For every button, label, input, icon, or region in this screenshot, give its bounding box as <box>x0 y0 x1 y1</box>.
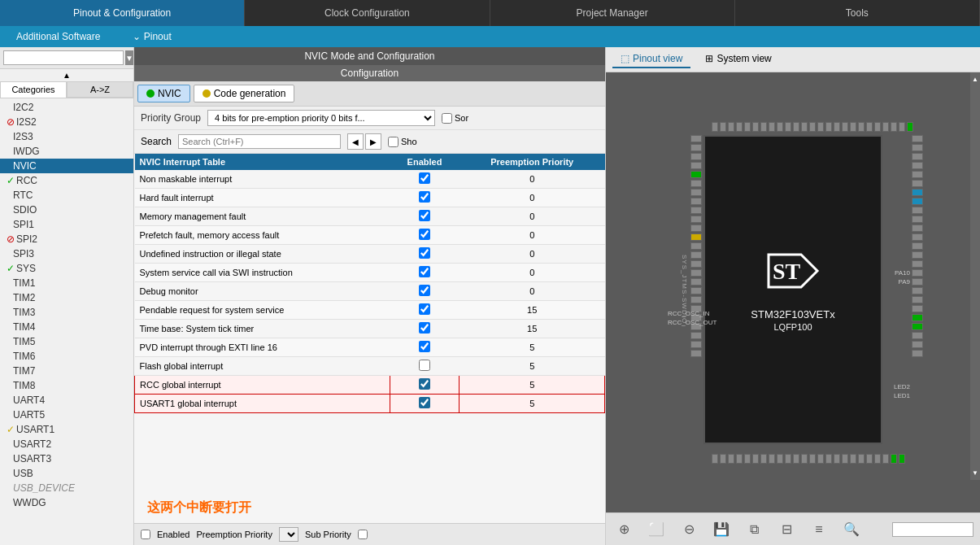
config-tab-codegen-label: Code generation <box>214 88 286 99</box>
search-next-button[interactable]: ▶ <box>365 133 381 150</box>
tab-tools[interactable]: Tools <box>735 0 980 26</box>
interrupt-enabled-checkbox[interactable] <box>419 210 430 221</box>
interrupt-enabled-cell <box>390 395 460 413</box>
interrupt-enabled-checkbox[interactable] <box>419 172 430 184</box>
tab-clock[interactable]: Clock Configuration <box>245 0 490 26</box>
sidebar-item-uart5[interactable]: UART5 <box>0 408 133 422</box>
sidebar-item-usart3[interactable]: USART3 <box>0 451 133 466</box>
fit-button[interactable]: ⬜ <box>645 518 668 541</box>
interrupt-enabled-cell <box>390 245 460 264</box>
interrupt-enabled-checkbox[interactable] <box>419 191 430 203</box>
sidebar-item-tim8[interactable]: TIM8 <box>0 378 133 393</box>
sidebar-list: I2C2 ⊘I2S2 I2S3 IWDG NVIC ✓RCC RTC SDIO … <box>0 98 133 512</box>
sidebar-item-tim5[interactable]: TIM5 <box>0 334 133 349</box>
show-checkbox[interactable] <box>388 137 399 147</box>
interrupt-enabled-checkbox[interactable] <box>419 341 430 352</box>
right-scrollbar[interactable]: ▲ ▼ <box>970 72 980 480</box>
config-tab-codegen[interactable]: Code generation <box>194 85 295 102</box>
interrupt-priority: 5 <box>460 357 605 376</box>
save-button[interactable]: 💾 <box>710 518 733 541</box>
sidebar-search-input[interactable] <box>3 50 124 65</box>
interrupt-enabled-checkbox[interactable] <box>419 247 430 259</box>
table-row: Pendable request for system service15 <box>135 301 605 320</box>
copy-button[interactable]: ⧉ <box>743 518 765 541</box>
sidebar-item-tim2[interactable]: TIM2 <box>0 290 133 305</box>
sort-checkbox[interactable] <box>442 113 452 124</box>
nav-additional-software[interactable]: Additional Software <box>0 26 116 47</box>
sidebar-item-wwdg[interactable]: WWDG <box>0 495 133 510</box>
interrupt-enabled-checkbox[interactable] <box>419 360 430 371</box>
sidebar-tab-az[interactable]: A->Z <box>67 81 133 98</box>
interrupt-enabled-cell <box>390 338 460 357</box>
sidebar-tab-categories[interactable]: Categories <box>0 81 67 98</box>
interrupt-enabled-checkbox[interactable] <box>419 229 430 240</box>
search-input[interactable] <box>178 134 341 149</box>
sidebar-scroll-up[interactable]: ▲ <box>0 69 133 81</box>
nav-pinout[interactable]: ⌄ Pinout <box>116 31 187 42</box>
interrupt-enabled-cell <box>390 226 460 245</box>
sidebar-item-tim1[interactable]: TIM1 <box>0 276 133 290</box>
table-row: RCC global interrupt5 <box>135 376 605 395</box>
bottom-subpriority-label: Sub Priority <box>305 530 351 539</box>
svg-text:ST: ST <box>773 259 801 284</box>
interrupt-enabled-checkbox[interactable] <box>419 322 430 334</box>
interrupt-enabled-checkbox[interactable] <box>419 285 430 296</box>
config-tab-nvic[interactable]: NVIC <box>137 85 190 102</box>
sidebar-item-i2s2[interactable]: ⊘I2S2 <box>0 115 133 129</box>
tab-pinout-view[interactable]: ⬚ Pinout view <box>612 50 690 68</box>
sidebar-item-rcc[interactable]: ✓RCC <box>0 173 133 188</box>
priority-group-select[interactable]: 4 bits for pre-emption priority 0 bits f… <box>207 110 435 126</box>
sidebar-item-rtc[interactable]: RTC <box>0 188 133 203</box>
secondary-nav: Additional Software ⌄ Pinout <box>0 26 980 47</box>
sidebar-item-i2s3[interactable]: I2S3 <box>0 129 133 144</box>
search-prev-button[interactable]: ◀ <box>347 133 364 150</box>
interrupt-name: Hard fault interrupt <box>135 189 390 207</box>
bottom-enabled-checkbox[interactable] <box>141 530 150 539</box>
sort-label: Sor <box>455 113 468 123</box>
sidebar-item-uart4[interactable]: UART4 <box>0 393 133 408</box>
zoom-in-button[interactable]: ⊕ <box>612 518 635 541</box>
sidebar-item-sys[interactable]: ✓SYS <box>0 261 133 276</box>
interrupt-name: System service call via SWI instruction <box>135 264 390 282</box>
table-row: Prefetch fault, memory access fault0 <box>135 226 605 245</box>
center-panel: NVIC Mode and Configuration Configuratio… <box>134 47 606 545</box>
toolbar-search-input[interactable] <box>892 522 973 537</box>
sidebar-item-iwdg[interactable]: IWDG <box>0 144 133 159</box>
toolbar-search-button[interactable]: 🔍 <box>840 518 863 541</box>
zoom-out-button[interactable]: ⊖ <box>677 518 700 541</box>
tab-project[interactable]: Project Manager <box>490 0 735 26</box>
search-label: Search <box>141 136 172 147</box>
pinout-view-label: Pinout view <box>633 53 682 64</box>
interrupt-enabled-checkbox[interactable] <box>419 397 430 408</box>
bottom-preemption-select[interactable] <box>279 527 298 542</box>
interrupt-enabled-checkbox[interactable] <box>419 303 430 315</box>
tab-system-view[interactable]: ⊞ System view <box>697 50 779 68</box>
sidebar-item-spi2[interactable]: ⊘SPI2 <box>0 232 133 246</box>
sidebar-item-tim6[interactable]: TIM6 <box>0 349 133 364</box>
sidebar-search-button[interactable]: ▼ <box>125 50 133 65</box>
split-button[interactable]: ⊟ <box>775 518 798 541</box>
sidebar-item-sdio[interactable]: SDIO <box>0 203 133 217</box>
layout-button[interactable]: ≡ <box>808 518 830 541</box>
sidebar-item-nvic[interactable]: NVIC <box>0 159 133 173</box>
interrupt-enabled-checkbox[interactable] <box>419 266 430 277</box>
tab-pinout[interactable]: Pinout & Configuration <box>0 0 245 26</box>
bottom-preemption-label: Preemption Priority <box>196 530 272 539</box>
sidebar-item-tim3[interactable]: TIM3 <box>0 305 133 320</box>
bottom-subpriority-checkbox[interactable] <box>358 530 368 539</box>
sidebar-item-tim4[interactable]: TIM4 <box>0 320 133 334</box>
sidebar-item-usart1[interactable]: ✓USART1 <box>0 422 133 437</box>
sidebar-item-spi3[interactable]: SPI3 <box>0 246 133 261</box>
sidebar-item-tim7[interactable]: TIM7 <box>0 364 133 378</box>
interrupt-enabled-checkbox[interactable] <box>419 378 430 390</box>
table-row: Memory management fault0 <box>135 207 605 226</box>
interrupt-enabled-cell <box>390 264 460 282</box>
sidebar-item-usb[interactable]: USB <box>0 466 133 481</box>
interrupt-name: Debug monitor <box>135 282 390 301</box>
sidebar-item-spi1[interactable]: SPI1 <box>0 217 133 232</box>
sidebar-item-usart2[interactable]: USART2 <box>0 437 133 451</box>
table-row: System service call via SWI instruction0 <box>135 264 605 282</box>
sidebar-item-i2c2[interactable]: I2C2 <box>0 100 133 115</box>
show-label: Sho <box>401 137 417 146</box>
sidebar-item-usb-device[interactable]: USB_DEVICE <box>0 481 133 495</box>
